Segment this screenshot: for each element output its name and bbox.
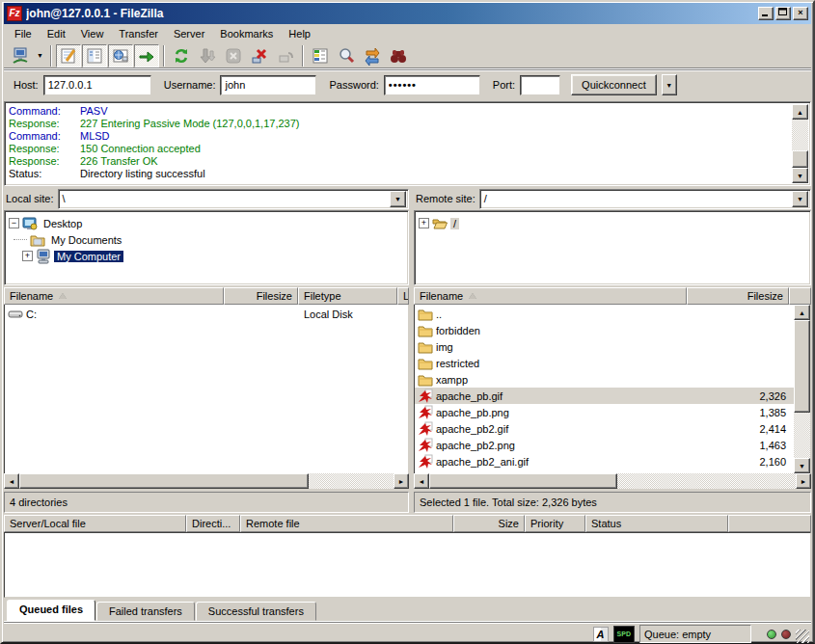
toggle-local-tree-button[interactable] <box>82 44 107 67</box>
column-header-remote-file[interactable]: Remote file <box>240 515 453 532</box>
remote-site-combo[interactable]: / ▼ <box>479 189 811 209</box>
column-header-filesize[interactable]: Filesize <box>687 287 789 305</box>
tab-failed-transfers[interactable]: Failed transfers <box>96 602 195 621</box>
image-file-icon <box>418 438 433 453</box>
chevron-down-icon[interactable]: ▼ <box>390 191 406 207</box>
chevron-down-icon[interactable]: ▼ <box>792 191 808 207</box>
file-row[interactable]: apache_pb2.png 1,463 <box>415 437 794 453</box>
close-button[interactable]: × <box>793 7 808 20</box>
maximize-button[interactable] <box>775 7 791 20</box>
disconnect-button[interactable] <box>247 44 272 67</box>
scroll-down-icon[interactable]: ▼ <box>794 458 810 473</box>
column-header-status[interactable]: Status <box>585 515 728 532</box>
column-header-filename[interactable]: Filename <box>414 287 687 305</box>
column-header-filetype[interactable]: Filetype <box>298 287 397 305</box>
scrollbar-thumb[interactable] <box>792 150 808 168</box>
site-manager-dropdown[interactable]: ▼ <box>34 44 46 67</box>
menu-edit[interactable]: Edit <box>41 26 72 41</box>
expand-icon[interactable]: + <box>419 218 429 228</box>
tree-item-my-documents[interactable]: My Documents <box>9 231 406 248</box>
column-header-direction[interactable]: Directi... <box>186 515 240 532</box>
message-log[interactable]: Command:PASV Response:227 Entering Passi… <box>4 101 811 186</box>
queue-body[interactable] <box>4 532 811 598</box>
host-input[interactable] <box>43 75 151 95</box>
file-row[interactable]: .. <box>415 306 794 322</box>
menu-server[interactable]: Server <box>167 26 211 41</box>
minimize-button[interactable] <box>758 7 774 20</box>
speed-limit-indicator[interactable]: SPD <box>613 626 635 643</box>
column-header-filename[interactable]: Filename <box>4 287 224 305</box>
file-row[interactable]: apache_pb.png 1,385 <box>415 404 794 420</box>
refresh-button[interactable] <box>169 44 194 67</box>
scroll-up-icon[interactable]: ▲ <box>794 305 810 320</box>
column-header-server-local-file[interactable]: Server/Local file <box>4 515 186 532</box>
file-row[interactable]: xampp <box>415 371 794 388</box>
process-queue-button[interactable] <box>195 44 220 67</box>
menu-help[interactable]: Help <box>282 26 317 41</box>
remote-vertical-scrollbar[interactable]: ▲ ▼ <box>794 305 810 473</box>
column-header-priority[interactable]: Priority <box>525 515 585 532</box>
port-input[interactable] <box>520 75 560 95</box>
log-row: Status:Directory listing successful <box>9 168 791 180</box>
transfer-type-indicator[interactable]: A <box>593 627 609 642</box>
remote-tree[interactable]: + / <box>414 210 811 285</box>
synchronized-browsing-button[interactable] <box>360 44 385 67</box>
scroll-right-icon[interactable]: ► <box>394 473 409 489</box>
scrollbar-thumb[interactable] <box>429 473 617 489</box>
scrollbar-thumb[interactable] <box>19 473 309 489</box>
menu-view[interactable]: View <box>74 26 111 41</box>
scroll-left-icon[interactable]: ◄ <box>4 473 19 489</box>
tab-successful-transfers[interactable]: Successful transfers <box>196 602 316 621</box>
collapse-icon[interactable]: − <box>9 218 19 228</box>
status-bar: A SPD Queue: empty <box>4 622 811 644</box>
column-header-filesize[interactable]: Filesize <box>224 287 298 305</box>
scrollbar-thumb[interactable] <box>794 320 810 413</box>
tree-item-desktop[interactable]: − Desktop <box>9 215 406 231</box>
resize-grip[interactable] <box>796 630 809 643</box>
window-title: john@127.0.0.1 - FileZilla <box>26 7 754 20</box>
username-input[interactable] <box>220 75 316 95</box>
quickconnect-dropdown[interactable]: ▼ <box>662 74 677 95</box>
site-manager-button[interactable] <box>8 44 33 67</box>
menu-transfer[interactable]: Transfer <box>112 26 165 41</box>
local-tree[interactable]: − Desktop My Documents + My Computer <box>4 210 409 285</box>
file-row[interactable]: restricted <box>415 355 794 371</box>
file-row[interactable]: apache_pb2_ani.gif 2,160 <box>415 453 794 470</box>
title-bar[interactable]: Fz john@127.0.0.1 - FileZilla × <box>4 3 811 24</box>
directory-comparison-button[interactable] <box>334 44 359 67</box>
log-scrollbar[interactable]: ▲ ▼ <box>792 104 808 183</box>
local-list-body[interactable]: C: Local Disk <box>4 305 409 473</box>
find-files-button[interactable] <box>386 44 411 67</box>
cancel-operation-button[interactable] <box>221 44 246 67</box>
directory-listing-filters-button[interactable] <box>308 44 333 67</box>
toggle-remote-tree-button[interactable] <box>108 44 133 67</box>
column-header-size[interactable]: Size <box>453 515 525 532</box>
file-row-selected[interactable]: apache_pb.gif 2,326 <box>415 388 794 404</box>
expand-icon[interactable]: + <box>22 251 33 261</box>
file-row[interactable]: img <box>415 338 794 355</box>
scroll-up-icon[interactable]: ▲ <box>792 104 808 120</box>
toggle-transfer-queue-button[interactable] <box>134 44 159 67</box>
local-horizontal-scrollbar[interactable]: ◄ ► <box>4 473 409 489</box>
tree-item-root[interactable]: + / <box>419 215 808 231</box>
password-input[interactable] <box>384 75 480 95</box>
column-header-last-modified[interactable]: L <box>397 287 409 305</box>
toggle-message-log-button[interactable] <box>56 44 81 67</box>
remote-horizontal-scrollbar[interactable]: ◄ ► <box>414 473 811 489</box>
file-row[interactable]: apache_pb2.gif 2,414 <box>415 420 794 437</box>
scroll-down-icon[interactable]: ▼ <box>792 168 808 183</box>
local-site-combo[interactable]: \ ▼ <box>58 189 409 209</box>
menu-file[interactable]: File <box>8 26 39 41</box>
menu-bookmarks[interactable]: Bookmarks <box>213 26 280 41</box>
log-row: Response:226 Transfer OK <box>9 155 791 168</box>
tree-item-my-computer[interactable]: + My Computer <box>9 248 406 264</box>
reconnect-button[interactable] <box>273 44 298 67</box>
remote-list-body[interactable]: .. forbidden img restricted <box>414 305 811 473</box>
file-row[interactable]: forbidden <box>415 322 794 338</box>
scroll-right-icon[interactable]: ► <box>796 473 811 489</box>
scroll-left-icon[interactable]: ◄ <box>414 473 429 489</box>
local-tree-icon <box>85 46 104 66</box>
file-row-c-drive[interactable]: C: Local Disk <box>5 306 408 322</box>
quickconnect-button[interactable]: Quickconnect <box>571 74 657 95</box>
tab-queued-files[interactable]: Queued files <box>7 600 95 621</box>
